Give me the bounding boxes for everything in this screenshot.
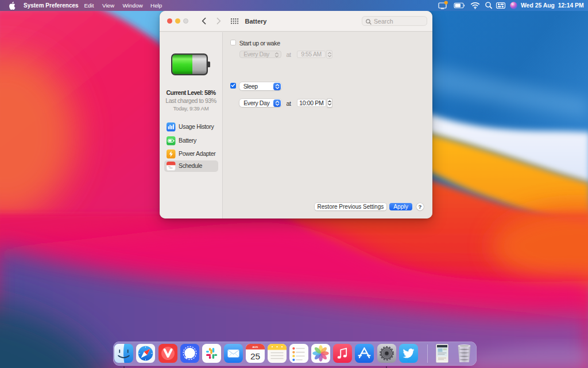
svg-text:AUG: AUG <box>253 346 258 348</box>
svg-text:25: 25 <box>250 351 260 361</box>
